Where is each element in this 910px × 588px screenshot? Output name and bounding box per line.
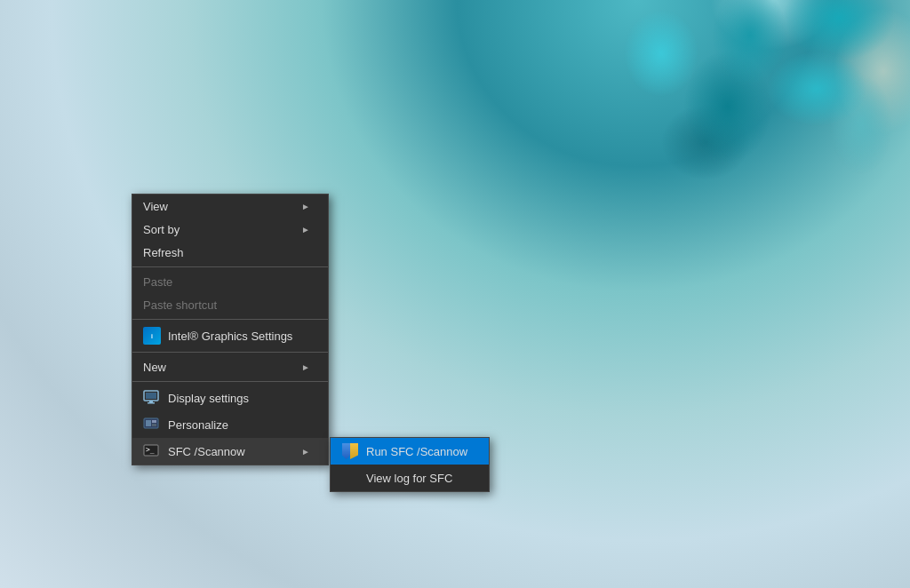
separator-2 bbox=[132, 319, 328, 320]
submenu-arrow-view: ► bbox=[301, 202, 310, 211]
menu-item-personalize[interactable]: Personalize bbox=[132, 411, 328, 438]
svg-text:>_: >_ bbox=[146, 446, 155, 454]
separator-4 bbox=[132, 381, 328, 382]
svg-rect-1 bbox=[146, 393, 156, 399]
menu-item-display-settings[interactable]: Display settings bbox=[132, 385, 328, 411]
svg-rect-3 bbox=[148, 402, 155, 404]
menu-item-paste-shortcut: Paste shortcut bbox=[132, 293, 328, 316]
submenu-arrow-sfc: ► bbox=[301, 447, 310, 457]
uac-shield-icon bbox=[341, 442, 359, 460]
separator-1 bbox=[132, 266, 328, 267]
menu-item-view[interactable]: View ► bbox=[132, 195, 328, 218]
menu-item-sort-by[interactable]: Sort by ► bbox=[132, 218, 328, 241]
separator-3 bbox=[132, 352, 328, 353]
submenu-item-run-sfc[interactable]: Run SFC /Scannow bbox=[331, 438, 489, 465]
intel-graphics-icon: i bbox=[143, 327, 161, 345]
submenu-arrow-new: ► bbox=[301, 362, 310, 372]
menu-item-paste: Paste bbox=[132, 270, 328, 293]
submenu-arrow-sort: ► bbox=[301, 225, 310, 234]
menu-item-sfc[interactable]: >_ SFC /Scannow ► Run SFC /Scannow bbox=[132, 438, 328, 465]
menu-item-intel[interactable]: i Intel® Graphics Settings bbox=[132, 322, 328, 349]
svg-rect-7 bbox=[152, 424, 156, 426]
menu-item-new[interactable]: New ► bbox=[132, 355, 328, 378]
sfc-terminal-icon: >_ bbox=[143, 442, 161, 460]
svg-rect-2 bbox=[149, 401, 153, 402]
svg-rect-6 bbox=[152, 420, 156, 423]
context-menu: View ► Sort by ► Refresh Paste Paste sho… bbox=[132, 194, 329, 465]
wallpaper-flower bbox=[483, 0, 910, 320]
display-settings-icon bbox=[143, 389, 161, 407]
menu-item-refresh[interactable]: Refresh bbox=[132, 241, 328, 264]
svg-rect-5 bbox=[146, 420, 151, 426]
sfc-submenu: Run SFC /Scannow View log for SFC bbox=[330, 437, 490, 492]
personalize-icon bbox=[143, 416, 161, 433]
submenu-item-view-log[interactable]: View log for SFC bbox=[331, 465, 489, 491]
log-icon bbox=[341, 469, 359, 487]
